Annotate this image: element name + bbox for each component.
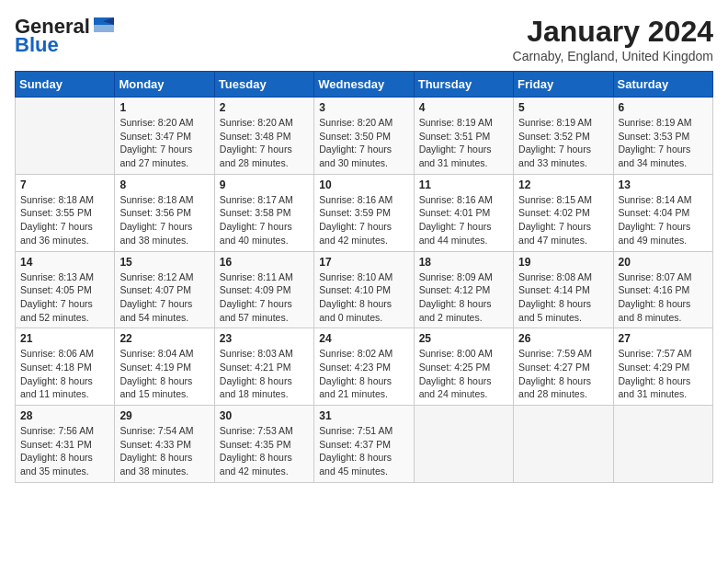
day-info: Sunrise: 8:18 AMSunset: 3:55 PMDaylight:…: [20, 193, 109, 247]
day-info: Sunrise: 8:17 AMSunset: 3:58 PMDaylight:…: [220, 193, 309, 247]
calendar-week-row: 14Sunrise: 8:13 AMSunset: 4:05 PMDayligh…: [16, 251, 713, 328]
calendar-cell: 15Sunrise: 8:12 AMSunset: 4:07 PMDayligh…: [115, 251, 214, 328]
day-number: 31: [319, 409, 408, 422]
calendar-cell: 17Sunrise: 8:10 AMSunset: 4:10 PMDayligh…: [314, 251, 414, 328]
day-number: 30: [220, 409, 309, 422]
calendar-cell: 25Sunrise: 8:00 AMSunset: 4:25 PMDayligh…: [414, 328, 513, 406]
calendar-week-row: 7Sunrise: 8:18 AMSunset: 3:55 PMDaylight…: [16, 174, 713, 251]
calendar-cell: [514, 406, 613, 483]
day-number: 25: [419, 332, 508, 345]
day-info: Sunrise: 7:51 AMSunset: 4:37 PMDaylight:…: [319, 424, 408, 478]
day-info: Sunrise: 8:12 AMSunset: 4:07 PMDaylight:…: [119, 270, 209, 325]
day-number: 20: [619, 256, 708, 269]
day-number: 13: [619, 178, 708, 191]
day-number: 22: [119, 332, 209, 345]
day-info: Sunrise: 7:56 AMSunset: 4:31 PMDaylight:…: [20, 424, 109, 478]
calendar-cell: 8Sunrise: 8:18 AMSunset: 3:56 PMDaylight…: [115, 174, 214, 251]
calendar-subtitle: Carnaby, England, United Kingdom: [513, 49, 713, 63]
day-info: Sunrise: 8:06 AMSunset: 4:18 PMDaylight:…: [20, 347, 109, 401]
day-number: 8: [119, 178, 209, 191]
day-info: Sunrise: 8:00 AMSunset: 4:25 PMDaylight:…: [419, 347, 508, 401]
calendar-cell: 19Sunrise: 8:08 AMSunset: 4:14 PMDayligh…: [514, 251, 613, 328]
day-number: 21: [20, 332, 109, 345]
day-number: 26: [518, 332, 608, 345]
calendar-cell: 30Sunrise: 7:53 AMSunset: 4:35 PMDayligh…: [214, 406, 313, 483]
day-number: 7: [20, 178, 109, 191]
day-info: Sunrise: 8:20 AMSunset: 3:47 PMDaylight:…: [119, 116, 209, 170]
calendar-cell: 29Sunrise: 7:54 AMSunset: 4:33 PMDayligh…: [115, 406, 214, 483]
day-info: Sunrise: 8:14 AMSunset: 4:04 PMDaylight:…: [619, 193, 708, 247]
calendar-cell: 28Sunrise: 7:56 AMSunset: 4:31 PMDayligh…: [16, 406, 115, 483]
day-number: 16: [220, 256, 309, 269]
day-info: Sunrise: 8:04 AMSunset: 4:19 PMDaylight:…: [119, 347, 209, 401]
calendar-cell: 9Sunrise: 8:17 AMSunset: 3:58 PMDaylight…: [214, 174, 313, 251]
day-info: Sunrise: 8:09 AMSunset: 4:12 PMDaylight:…: [419, 270, 508, 325]
weekday-header-row: SundayMondayTuesdayWednesdayThursdayFrid…: [16, 72, 713, 98]
day-number: 5: [518, 101, 608, 114]
calendar-table: SundayMondayTuesdayWednesdayThursdayFrid…: [15, 71, 713, 483]
calendar-cell: [414, 406, 513, 483]
calendar-cell: 16Sunrise: 8:11 AMSunset: 4:09 PMDayligh…: [214, 251, 313, 328]
day-number: 23: [220, 332, 309, 345]
day-info: Sunrise: 8:07 AMSunset: 4:16 PMDaylight:…: [619, 270, 708, 325]
calendar-cell: 6Sunrise: 8:19 AMSunset: 3:53 PMDaylight…: [613, 98, 712, 175]
day-number: 18: [419, 256, 508, 269]
day-info: Sunrise: 8:11 AMSunset: 4:09 PMDaylight:…: [220, 270, 309, 325]
day-info: Sunrise: 8:16 AMSunset: 4:01 PMDaylight:…: [419, 193, 508, 247]
day-number: 12: [518, 178, 608, 191]
day-info: Sunrise: 7:57 AMSunset: 4:29 PMDaylight:…: [619, 347, 708, 401]
day-info: Sunrise: 8:08 AMSunset: 4:14 PMDaylight:…: [518, 270, 608, 325]
day-number: 1: [119, 101, 209, 114]
day-info: Sunrise: 8:18 AMSunset: 3:56 PMDaylight:…: [119, 193, 209, 247]
day-info: Sunrise: 8:10 AMSunset: 4:10 PMDaylight:…: [319, 270, 408, 325]
calendar-cell: 27Sunrise: 7:57 AMSunset: 4:29 PMDayligh…: [613, 328, 712, 406]
day-info: Sunrise: 8:02 AMSunset: 4:23 PMDaylight:…: [319, 347, 408, 401]
calendar-cell: 26Sunrise: 7:59 AMSunset: 4:27 PMDayligh…: [514, 328, 613, 406]
logo-blue: Blue: [15, 33, 59, 57]
calendar-cell: [16, 98, 115, 175]
day-number: 15: [119, 256, 209, 269]
weekday-header-saturday: Saturday: [613, 72, 712, 98]
calendar-cell: 14Sunrise: 8:13 AMSunset: 4:05 PMDayligh…: [16, 251, 115, 328]
weekday-header-thursday: Thursday: [414, 72, 513, 98]
day-number: 6: [619, 101, 708, 114]
calendar-cell: 10Sunrise: 8:16 AMSunset: 3:59 PMDayligh…: [314, 174, 414, 251]
calendar-cell: 31Sunrise: 7:51 AMSunset: 4:37 PMDayligh…: [314, 406, 414, 483]
weekday-header-friday: Friday: [514, 72, 613, 98]
calendar-title: January 2024: [513, 15, 713, 49]
day-number: 17: [319, 256, 408, 269]
day-info: Sunrise: 8:19 AMSunset: 3:52 PMDaylight:…: [518, 116, 608, 170]
day-info: Sunrise: 7:53 AMSunset: 4:35 PMDaylight:…: [220, 424, 309, 478]
calendar-cell: 22Sunrise: 8:04 AMSunset: 4:19 PMDayligh…: [115, 328, 214, 406]
header: General Blue January 2024 Carnaby, Engla…: [15, 15, 713, 63]
day-number: 29: [119, 409, 209, 422]
calendar-cell: 7Sunrise: 8:18 AMSunset: 3:55 PMDaylight…: [16, 174, 115, 251]
day-number: 19: [518, 256, 608, 269]
calendar-cell: 23Sunrise: 8:03 AMSunset: 4:21 PMDayligh…: [214, 328, 313, 406]
calendar-cell: 21Sunrise: 8:06 AMSunset: 4:18 PMDayligh…: [16, 328, 115, 406]
calendar-cell: 1Sunrise: 8:20 AMSunset: 3:47 PMDaylight…: [115, 98, 214, 175]
day-number: 14: [20, 256, 109, 269]
day-info: Sunrise: 8:20 AMSunset: 3:50 PMDaylight:…: [319, 116, 408, 170]
calendar-week-row: 28Sunrise: 7:56 AMSunset: 4:31 PMDayligh…: [16, 406, 713, 483]
calendar-cell: 18Sunrise: 8:09 AMSunset: 4:12 PMDayligh…: [414, 251, 513, 328]
title-area: January 2024 Carnaby, England, United Ki…: [513, 15, 713, 63]
calendar-cell: 5Sunrise: 8:19 AMSunset: 3:52 PMDaylight…: [514, 98, 613, 175]
svg-marker-2: [94, 25, 114, 32]
day-number: 3: [319, 101, 408, 114]
day-info: Sunrise: 8:19 AMSunset: 3:53 PMDaylight:…: [619, 116, 708, 170]
day-info: Sunrise: 8:19 AMSunset: 3:51 PMDaylight:…: [419, 116, 508, 170]
day-info: Sunrise: 7:54 AMSunset: 4:33 PMDaylight:…: [119, 424, 209, 478]
logo-flag-icon: [92, 16, 116, 34]
calendar-cell: 24Sunrise: 8:02 AMSunset: 4:23 PMDayligh…: [314, 328, 414, 406]
day-number: 11: [419, 178, 508, 191]
calendar-cell: 13Sunrise: 8:14 AMSunset: 4:04 PMDayligh…: [613, 174, 712, 251]
day-number: 2: [220, 101, 309, 114]
day-info: Sunrise: 7:59 AMSunset: 4:27 PMDaylight:…: [518, 347, 608, 401]
calendar-cell: 3Sunrise: 8:20 AMSunset: 3:50 PMDaylight…: [314, 98, 414, 175]
calendar-cell: [613, 406, 712, 483]
calendar-cell: 4Sunrise: 8:19 AMSunset: 3:51 PMDaylight…: [414, 98, 513, 175]
day-info: Sunrise: 8:16 AMSunset: 3:59 PMDaylight:…: [319, 193, 408, 247]
weekday-header-monday: Monday: [115, 72, 214, 98]
day-number: 4: [419, 101, 508, 114]
